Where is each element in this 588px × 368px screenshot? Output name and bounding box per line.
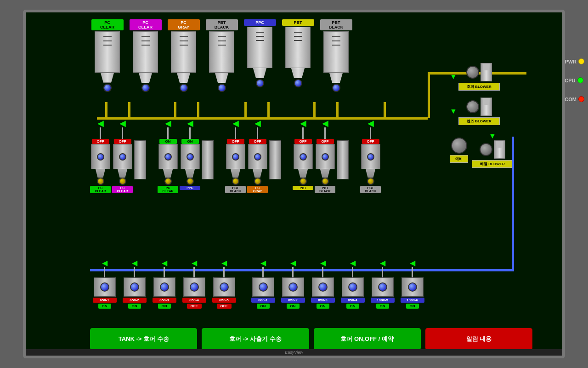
cpu-indicator: [577, 77, 583, 83]
blower-panel: ▼ 호퍼 BLOWER ▼: [450, 63, 537, 168]
tank-label-1: PCCLEAR: [91, 19, 124, 30]
tank-pbt-black-1: PBTBLACK: [204, 19, 239, 92]
bezel-blower-unit: ▼ 베젤 BLOWER: [472, 132, 513, 168]
hopper-label-2: PCCLEAR: [112, 186, 133, 193]
dispenser-status-650-4[interactable]: OFF: [187, 304, 202, 309]
tank-label-5: PPC: [244, 19, 276, 26]
dispenser-850-3: ◀ 850-3 ON: [308, 259, 337, 309]
com-indicator: [578, 96, 584, 102]
main-screen: PWR CPU COM PCCLEAR: [23, 10, 565, 358]
hopper-onoff-button[interactable]: 호퍼 ON,OFF / 예약: [314, 328, 421, 350]
tank-lines-1: [103, 36, 112, 46]
status-panel: PWR CPU COM: [565, 58, 584, 102]
com-status: COM: [565, 96, 584, 102]
dispenser-status-1000-6[interactable]: ON: [406, 304, 419, 309]
hopper-inject-button[interactable]: 호퍼 -> 사출기 수송: [202, 328, 309, 350]
alarm-button[interactable]: 알람 내용: [425, 328, 532, 350]
dispenser-id-650-2: 650-2: [123, 298, 147, 303]
hopper-3: ◀ ON PCCLEAR: [158, 119, 178, 193]
reserve-unit: 에비: [450, 138, 468, 163]
hopper-blower-label: 호퍼 BLOWER: [458, 83, 500, 91]
dispenser-status-650-5[interactable]: OFF: [217, 304, 232, 309]
hopper-6: ◀ OFF PCGRAY: [247, 119, 268, 193]
hopper-group-4: ◀ OFF PBT ◀ OFF: [293, 119, 349, 193]
pwr-indicator: [578, 58, 584, 64]
hopper-1: ◀ OFF PCCLEAR: [90, 119, 111, 193]
lens-blower-unit: ▼ 렌즈 BLOWER: [450, 98, 537, 125]
hopper-btn-2[interactable]: OFF: [114, 139, 131, 144]
tank-cone-1: [98, 73, 117, 83]
hopper-group-3: ◀ OFF PBTBLACK ◀ OFF: [225, 119, 281, 193]
tank-label-4: PBTBLACK: [206, 19, 238, 30]
dispenser-650-1: ◀ 650-1 ON: [90, 259, 119, 309]
hopper-group-2: ◀ ON PCCLEAR ◀ ON: [158, 119, 214, 193]
dispenser-id-650-5: 650-5: [212, 298, 236, 303]
tanks-row: PCCLEAR PCCLEAR: [90, 19, 353, 92]
hopper-9: ◀ OFF PBTBLACK: [360, 119, 381, 193]
hopper-body-1: [91, 144, 110, 169]
hoppers-row: ◀ OFF PCCLEAR ◀ OFF: [90, 119, 381, 193]
dispenser-1000-5: ◀ 1000-5 ON: [368, 259, 397, 309]
dispensers-row: ◀ 650-1 ON ◀ 650-2 ON ◀: [90, 259, 427, 309]
tank-label-2: PCCLEAR: [130, 19, 162, 30]
hopper-btn-1[interactable]: OFF: [92, 139, 109, 144]
tank-ppc: PPC: [243, 19, 277, 92]
tank-pc-clear-2: PCCLEAR: [128, 19, 163, 92]
dispenser-status-650-1[interactable]: ON: [98, 304, 111, 309]
easyview-bar: EasyView: [26, 349, 562, 356]
dispenser-id-650-1: 650-1: [93, 298, 117, 303]
hopper-7: ◀ OFF PBT: [293, 119, 313, 193]
dispenser-status-800-1[interactable]: ON: [257, 304, 270, 309]
tank-hopper-button[interactable]: TANK -> 호퍼 수송: [90, 328, 197, 350]
dispenser-850-4: ◀ 850-4 ON: [338, 259, 367, 309]
blue-pipe-vertical: [512, 137, 514, 270]
tank-label-3: PCGRAY: [168, 19, 200, 30]
hopper-2: ◀ OFF PCCLEAR: [112, 119, 133, 193]
tank-pbt-black-2: PBTBLACK: [319, 19, 353, 92]
dispenser-status-850-2[interactable]: ON: [287, 304, 300, 309]
dispenser-650-5: ◀ 650-5 OFF: [209, 259, 238, 309]
dispenser-650-3: ◀ 650-3 ON: [150, 259, 179, 309]
hopper-group-1: ◀ OFF PCCLEAR ◀ OFF: [90, 119, 146, 193]
cpu-status: CPU: [565, 77, 584, 83]
dispenser-id-850-4: 850-4: [341, 298, 365, 303]
dispenser-id-800-1: 800-1: [251, 298, 275, 303]
pwr-label: PWR: [565, 59, 577, 64]
outer-frame: PWR CPU COM PCCLEAR: [0, 0, 588, 368]
dispenser-id-650-4: 650-4: [182, 298, 206, 303]
tank-label-6: PBT: [282, 19, 314, 26]
reserve-label: 에비: [450, 155, 468, 163]
dispenser-1000-6: ◀ 1000-6 ON: [398, 259, 427, 309]
tank-pbt: PBT: [281, 19, 315, 92]
dispenser-id-850-3: 850-3: [311, 298, 335, 303]
hopper-8: ◀ OFF PBTBLACK: [315, 119, 335, 193]
dispenser-id-1000-6: 1000-6: [401, 298, 424, 303]
dispenser-status-1000-5[interactable]: ON: [376, 304, 389, 309]
valve-icon-2: ◀: [119, 119, 126, 127]
dispenser-id-650-3: 650-3: [153, 298, 176, 303]
valve-icon-1: ◀: [97, 119, 104, 127]
dispenser-650-4: ◀ 650-4 OFF: [180, 259, 209, 309]
tank-body-1: [95, 31, 120, 73]
dispenser-status-850-4[interactable]: ON: [346, 304, 359, 309]
dispenser-status-650-2[interactable]: ON: [128, 304, 141, 309]
com-label: COM: [565, 97, 577, 102]
dispenser-id-850-2: 850-2: [281, 298, 305, 303]
tank-knob-1: [103, 84, 112, 92]
dispenser-status-650-3[interactable]: ON: [158, 304, 171, 309]
hopper-label-1: PCCLEAR: [90, 186, 111, 193]
easyview-label: EasyView: [285, 350, 303, 355]
reserve-bezel-row: 에비 ▼ 베젤 BLOWER: [450, 132, 537, 168]
dispenser-status-850-3[interactable]: ON: [317, 304, 329, 309]
dispenser-650-2: ◀ 650-2 ON: [120, 259, 149, 309]
nav-buttons: TANK -> 호퍼 수송 호퍼 -> 사출기 수송 호퍼 ON,OFF / 예…: [90, 328, 532, 350]
tank-pc-gray: PCGRAY: [166, 19, 201, 92]
pwr-status: PWR: [565, 58, 584, 64]
dispenser-850-2: ◀ 850-2 ON: [278, 259, 307, 309]
tank-label-7: PBTBLACK: [320, 19, 352, 30]
tank-body-2: [133, 31, 158, 73]
hopper-4: ◀ ON PPC: [180, 119, 200, 193]
dispenser-id-1000-5: 1000-5: [371, 298, 395, 303]
tank-pc-clear-1: PCCLEAR: [90, 19, 124, 92]
cpu-label: CPU: [565, 78, 575, 83]
